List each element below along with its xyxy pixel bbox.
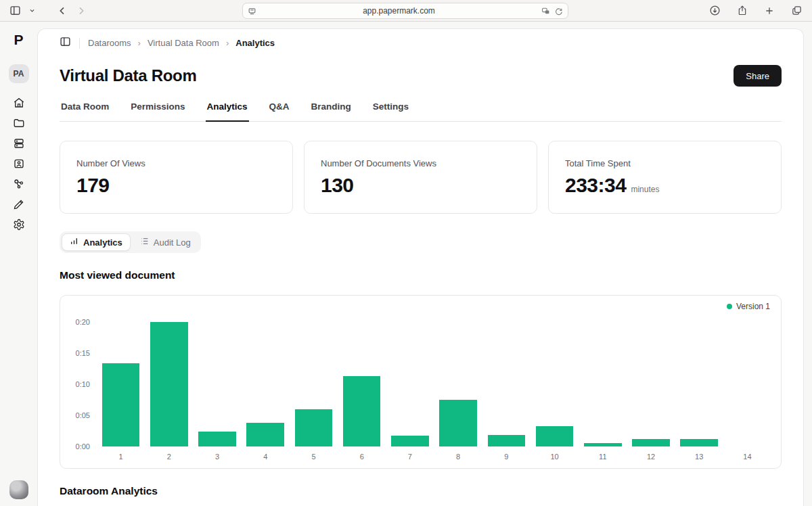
bar[interactable] <box>198 432 236 446</box>
tab-data-room[interactable]: Data Room <box>60 101 110 121</box>
stat-card-document-views: Number Of Documents Views 130 <box>304 141 537 214</box>
bar[interactable] <box>246 423 284 446</box>
x-tick-label: 1 <box>97 446 145 464</box>
y-tick-label: 0:20 <box>76 318 90 326</box>
chart-area: 0:000:050:100:150:20 1234567891011121314 <box>70 316 771 464</box>
bar-slot: 7 <box>386 316 434 464</box>
pen-icon <box>13 199 24 213</box>
y-axis: 0:000:050:100:150:20 <box>70 316 97 464</box>
team-avatar-badge[interactable]: PA <box>9 64 29 83</box>
toggle-audit-log[interactable]: Audit Log <box>132 233 199 251</box>
tab-bar: Data Room Permissions Analytics Q&A Bran… <box>60 101 782 122</box>
x-tick-label: 8 <box>434 446 482 464</box>
chevron-right-icon: › <box>138 38 141 48</box>
sidebar-item-links[interactable] <box>9 175 29 196</box>
bar-slot: 3 <box>193 316 241 464</box>
chart-legend: Version 1 <box>727 302 770 311</box>
bar-slot: 10 <box>531 316 579 464</box>
x-tick-label: 12 <box>627 446 675 464</box>
view-toggle: Analytics Audit Log <box>60 231 201 253</box>
bar-slot: 4 <box>242 316 290 464</box>
breadcrumb-datarooms[interactable]: Datarooms <box>88 38 131 48</box>
bar-slot: 8 <box>434 316 482 464</box>
browser-sidebar-toggle-icon[interactable] <box>9 5 21 16</box>
x-tick-label: 9 <box>482 446 531 464</box>
contact-card-icon <box>13 158 25 172</box>
x-tick-label: 5 <box>290 446 338 464</box>
breadcrumb-virtual-data-room[interactable]: Virtual Data Room <box>148 38 219 48</box>
y-tick-label: 0:10 <box>76 380 90 388</box>
breadcrumb-analytics: Analytics <box>235 38 275 48</box>
x-tick-label: 3 <box>193 446 241 464</box>
bar[interactable] <box>632 439 670 446</box>
toggle-analytics[interactable]: Analytics <box>62 233 131 251</box>
page-settings-icon[interactable] <box>248 7 256 16</box>
sidebar-item-datarooms[interactable] <box>9 135 29 155</box>
bar[interactable] <box>488 435 526 446</box>
x-tick-label: 4 <box>242 446 290 464</box>
sidebar-dropdown-chevron-icon[interactable] <box>29 7 35 14</box>
bar[interactable] <box>536 426 574 446</box>
address-bar[interactable]: app.papermark.com <box>242 3 568 19</box>
papermark-logo[interactable]: P <box>14 32 23 47</box>
sidebar-item-branding[interactable] <box>9 196 29 216</box>
y-tick-label: 0:00 <box>76 442 90 451</box>
server-stack-icon <box>13 137 25 152</box>
sidebar-item-documents[interactable] <box>9 114 29 135</box>
reload-icon[interactable] <box>554 7 563 16</box>
tab-permissions[interactable]: Permissions <box>129 101 186 121</box>
browser-window: app.papermark.com <box>0 0 812 506</box>
stat-value: 233:34 <box>565 175 626 196</box>
tab-settings[interactable]: Settings <box>371 101 410 121</box>
home-icon <box>13 97 25 112</box>
breadcrumb: Datarooms › Virtual Data Room › Analytic… <box>60 36 782 50</box>
dataroom-analytics-title: Dataroom Analytics <box>60 485 782 497</box>
downloads-icon[interactable] <box>709 5 721 16</box>
stat-label: Number Of Documents Views <box>321 158 520 168</box>
bar[interactable] <box>343 376 381 446</box>
share-page-icon[interactable] <box>737 5 748 16</box>
tab-analytics[interactable]: Analytics <box>206 101 249 122</box>
bar-slot: 11 <box>579 316 627 464</box>
tab-branding[interactable]: Branding <box>310 101 353 121</box>
stats-row: Number Of Views 179 Number Of Documents … <box>60 141 782 214</box>
forward-button-icon[interactable] <box>76 5 87 16</box>
chevron-right-icon: › <box>226 38 229 48</box>
stat-card-time-spent: Total Time Spent 233:34 minutes <box>548 141 782 214</box>
legend-dot-icon <box>727 304 732 309</box>
tab-qa[interactable]: Q&A <box>268 101 291 121</box>
bar[interactable] <box>295 409 333 446</box>
tab-overview-icon[interactable] <box>791 5 803 16</box>
toggle-analytics-label: Analytics <box>83 237 122 248</box>
bar[interactable] <box>102 363 140 446</box>
bar-slot: 5 <box>290 316 338 464</box>
bar[interactable] <box>150 322 188 446</box>
x-tick-label: 14 <box>723 446 771 464</box>
y-axis-ticks: 0:000:050:100:150:20 <box>70 316 97 446</box>
breadcrumb-divider <box>79 38 80 49</box>
user-avatar[interactable] <box>9 480 28 499</box>
page-title: Virtual Data Room <box>60 66 197 85</box>
stat-value: 179 <box>76 175 110 196</box>
share-button[interactable]: Share <box>734 65 782 87</box>
y-tick-label: 0:05 <box>76 411 90 419</box>
bar[interactable] <box>439 400 477 446</box>
y-tick-label: 0:15 <box>76 349 90 357</box>
translate-icon[interactable] <box>541 7 550 16</box>
list-icon <box>140 237 149 248</box>
stat-suffix: minutes <box>631 185 659 194</box>
x-tick-label: 13 <box>675 446 723 464</box>
back-button-icon[interactable] <box>57 5 68 16</box>
panel-toggle-icon[interactable] <box>60 36 71 50</box>
sidebar-item-visitors[interactable] <box>9 155 29 175</box>
x-tick-label: 6 <box>338 446 386 464</box>
gear-icon <box>13 218 25 233</box>
bar[interactable] <box>680 439 718 446</box>
bar[interactable] <box>391 436 429 446</box>
stat-card-views: Number Of Views 179 <box>60 141 293 214</box>
url-text[interactable]: app.papermark.com <box>256 6 541 16</box>
sidebar-item-settings[interactable] <box>9 216 29 236</box>
new-tab-icon[interactable] <box>764 5 775 16</box>
bar-slot: 9 <box>482 316 531 464</box>
sidebar-item-home[interactable] <box>9 94 29 114</box>
